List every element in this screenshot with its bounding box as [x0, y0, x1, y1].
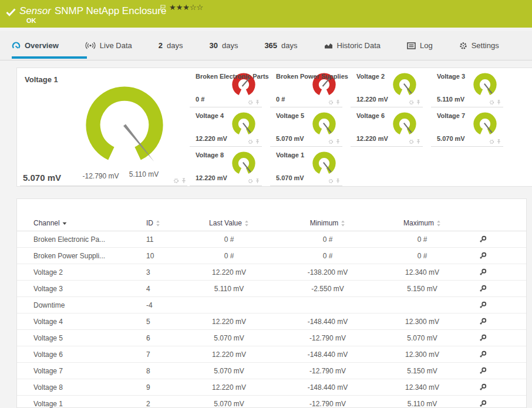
gauge-tile-voltage-8[interactable]: Voltage 8 12.220 mV [188, 147, 269, 186]
pin-icon[interactable] [416, 100, 421, 105]
channel-gear-icon[interactable] [489, 100, 494, 105]
channel-settings-icon[interactable] [479, 350, 487, 358]
gauge-value: 12.220 mV [356, 135, 388, 142]
table-row[interactable]: Voltage 6 7 12.220 mV -148.440 mV 12.300… [17, 346, 526, 363]
channel-gear-icon[interactable] [248, 178, 253, 184]
tab-label: Settings [472, 41, 499, 50]
channel-settings-icon[interactable] [479, 318, 487, 325]
column-header-maximum[interactable]: Maximum [389, 219, 455, 227]
gauge-value: 12.220 mV [196, 135, 227, 142]
tile-divider [270, 186, 342, 186]
gauge-tile-voltage-6[interactable]: Voltage 6 12.220 mV [349, 107, 430, 147]
channel-settings-icon[interactable] [479, 334, 487, 342]
cell-id: 11 [142, 235, 192, 244]
tab-30-days[interactable]: 30 days [209, 41, 238, 50]
column-header-minimum[interactable]: Minimum [266, 219, 389, 227]
tab-historic-data[interactable]: Historic Data [324, 41, 381, 50]
pin-icon[interactable] [255, 139, 260, 144]
channel-settings-icon[interactable] [479, 268, 487, 276]
tab-label: Live Data [100, 41, 132, 50]
small-gauge [391, 72, 418, 100]
table-row[interactable]: Downtime -4 [17, 297, 526, 313]
gauge-tile-broken-power-supplies[interactable]: Broken Power Supplies 0 # [269, 68, 349, 107]
column-header-id[interactable]: ID [142, 219, 192, 227]
table-row[interactable]: Voltage 2 3 12.220 mV -138.200 mV 12.340… [17, 264, 526, 281]
cell-minimum: -12.790 mV [266, 400, 389, 408]
tile-divider [20, 186, 187, 186]
cell-last-value: 5.110 mV [192, 285, 266, 293]
cell-id: 3 [142, 268, 192, 277]
gauge-tile-voltage-3[interactable]: Voltage 3 5.110 mV [430, 68, 510, 107]
table-row[interactable]: Broken Power Suppli... 10 0 # 0 # 0 # [17, 248, 526, 264]
channel-gear-icon[interactable] [409, 100, 414, 105]
cell-last-value: 0 # [192, 252, 266, 260]
table-row[interactable]: Voltage 3 4 5.110 mV -2.550 mV 5.150 mV [17, 281, 526, 297]
cell-channel: Voltage 6 [33, 350, 142, 359]
sensor-name: SNMP NetApp Enclosure [55, 5, 167, 16]
tab-live-data[interactable]: Live Data [85, 41, 132, 50]
tab-2-days[interactable]: 2 days [159, 41, 183, 50]
gauge-tile-voltage-2[interactable]: Voltage 2 12.220 mV [349, 68, 430, 107]
gauge-value: 12.220 mV [356, 96, 388, 103]
gauge-title: Broken Electronic Parts [196, 73, 269, 80]
table-row[interactable]: Voltage 1 2 5.070 mV -12.790 mV 5.110 mV [17, 396, 526, 408]
channel-gear-icon[interactable] [328, 178, 334, 184]
channel-gear-icon[interactable] [248, 139, 253, 144]
gauge-title: Voltage 1 [25, 75, 58, 84]
small-gauge [311, 111, 338, 139]
pin-icon[interactable] [496, 139, 501, 144]
pin-icon[interactable] [335, 178, 341, 184]
channel-gear-icon[interactable] [489, 139, 494, 144]
channel-settings-icon[interactable] [479, 235, 487, 243]
channel-gear-icon[interactable] [409, 139, 414, 144]
channel-gear-icon[interactable] [328, 139, 334, 144]
table-row[interactable]: Broken Electronic Pa... 11 0 # 0 # 0 # [17, 231, 526, 248]
table-row[interactable]: Voltage 7 8 5.070 mV -12.790 mV 5.150 mV [17, 363, 526, 379]
tab-365-days[interactable]: 365 days [264, 41, 297, 50]
gauge-value: 5.070 mV [276, 174, 304, 181]
gauge-icon [12, 41, 21, 50]
pin-icon[interactable] [496, 100, 501, 105]
tab-overview[interactable]: Overview [12, 41, 59, 50]
channel-settings-icon[interactable] [479, 285, 487, 292]
pin-icon[interactable] [181, 178, 187, 184]
pin-icon[interactable] [255, 178, 260, 184]
gauge-title: Voltage 6 [356, 112, 385, 119]
table-row[interactable]: Voltage 4 5 12.220 mV -148.440 mV 12.300… [17, 313, 526, 330]
gauge-title: Voltage 4 [196, 112, 224, 119]
channel-settings-icon[interactable] [479, 383, 487, 391]
flag-icon[interactable] [160, 5, 166, 11]
gauge-tile-voltage-7[interactable]: Voltage 7 5.070 mV [430, 107, 510, 147]
channel-gear-icon[interactable] [328, 100, 334, 105]
table-row[interactable]: Voltage 5 6 5.070 mV -12.790 mV 5.070 mV [17, 330, 526, 346]
tab-number: 30 [209, 41, 217, 50]
primary-gauge-tile[interactable]: Voltage 1 5.070 mV -12.790 mV 5.110 mV [17, 68, 188, 186]
pin-icon[interactable] [335, 100, 341, 105]
gauge-title: Voltage 7 [437, 112, 465, 119]
cell-minimum: -2.550 mV [266, 285, 389, 293]
gauge-tile-voltage-1[interactable]: Voltage 1 5.070 mV [269, 147, 349, 186]
gauge-tile-voltage-4[interactable]: Voltage 4 12.220 mV [188, 107, 269, 147]
tab-label: Log [420, 41, 433, 50]
priority-stars[interactable]: ★★★☆☆ [169, 3, 203, 12]
pin-icon[interactable] [335, 139, 341, 144]
channel-gear-icon[interactable] [173, 178, 179, 184]
channel-settings-icon[interactable] [479, 301, 487, 309]
channel-settings-icon[interactable] [479, 400, 487, 407]
channel-gear-icon[interactable] [248, 100, 253, 105]
cell-id: 5 [142, 318, 192, 326]
channel-settings-icon[interactable] [479, 252, 487, 259]
small-gauge [391, 111, 418, 139]
pin-icon[interactable] [255, 100, 260, 105]
tab-settings[interactable]: Settings [459, 41, 499, 50]
table-row[interactable]: Voltage 8 9 12.220 mV -148.440 mV 12.340… [17, 379, 526, 396]
gauge-tile-voltage-5[interactable]: Voltage 5 5.070 mV [269, 107, 349, 147]
sort-icon [436, 220, 441, 227]
column-header-last-value[interactable]: Last Value [192, 219, 266, 227]
cell-id: 2 [142, 400, 192, 408]
column-header-channel[interactable]: Channel [33, 219, 142, 227]
gauge-tile-broken-electronic-parts[interactable]: Broken Electronic Parts 0 # [188, 68, 269, 107]
pin-icon[interactable] [416, 139, 421, 144]
channel-settings-icon[interactable] [479, 367, 487, 375]
tab-log[interactable]: Log [407, 41, 433, 50]
